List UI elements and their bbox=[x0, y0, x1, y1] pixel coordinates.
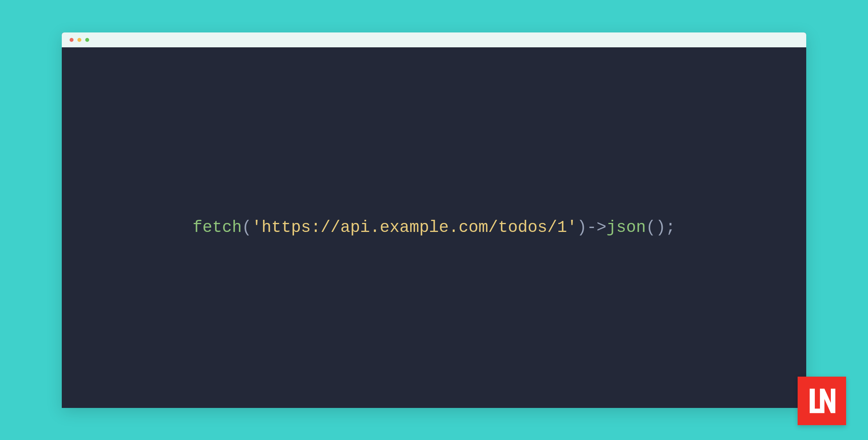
code-token-method: json bbox=[606, 218, 646, 237]
maximize-icon[interactable] bbox=[85, 38, 89, 42]
code-token-semicolon: ; bbox=[665, 218, 675, 237]
editor-body: fetch('https://api.example.com/todos/1')… bbox=[62, 47, 806, 408]
code-token-string-content: https://api.example.com/todos/1 bbox=[262, 218, 567, 237]
code-token-function: fetch bbox=[192, 218, 242, 237]
brand-logo bbox=[798, 377, 846, 425]
code-token-method-paren-open: ( bbox=[646, 218, 656, 237]
code-token-arrow: -> bbox=[587, 218, 606, 237]
minimize-icon[interactable] bbox=[77, 38, 81, 42]
code-token-string-close: ' bbox=[567, 218, 577, 237]
code-window: fetch('https://api.example.com/todos/1')… bbox=[62, 32, 806, 408]
code-token-method-paren-close: ) bbox=[656, 218, 665, 237]
code-token-paren-close: ) bbox=[577, 218, 586, 237]
window-titlebar bbox=[62, 32, 806, 47]
code-token-string-open: ' bbox=[252, 218, 262, 237]
code-token-paren-open: ( bbox=[242, 218, 251, 237]
close-icon[interactable] bbox=[70, 38, 74, 42]
code-line: fetch('https://api.example.com/todos/1')… bbox=[192, 218, 675, 237]
logo-icon bbox=[806, 385, 838, 417]
